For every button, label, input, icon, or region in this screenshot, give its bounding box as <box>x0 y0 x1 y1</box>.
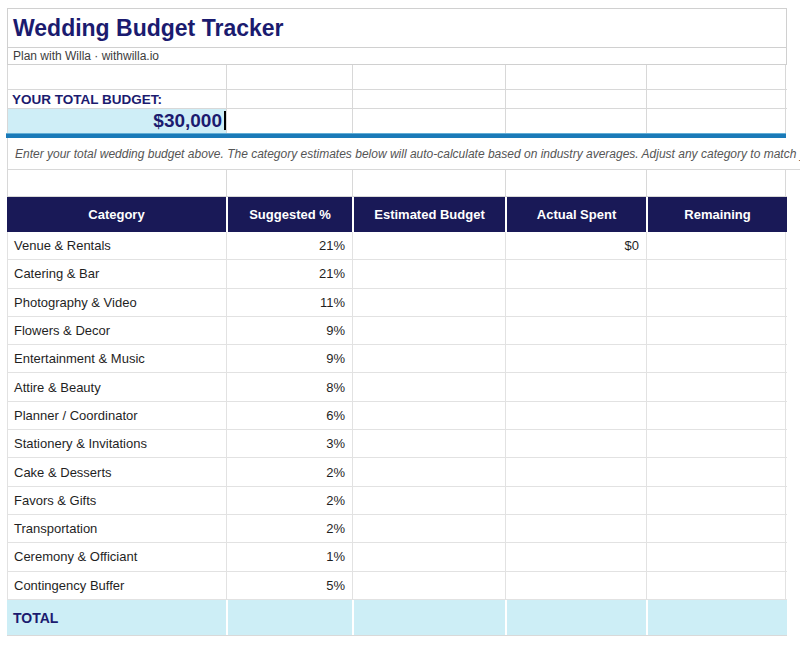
empty-cell[interactable] <box>353 65 506 89</box>
instruction-note-row: Enter your total wedding budget above. T… <box>7 138 800 170</box>
estimated-budget-cell[interactable] <box>353 572 506 599</box>
empty-cell[interactable] <box>647 109 786 133</box>
empty-cell[interactable] <box>227 170 353 196</box>
suggested-pct-cell[interactable]: 21% <box>227 232 353 259</box>
total-remaining-cell[interactable] <box>648 600 787 635</box>
column-header-suggested-pct[interactable]: Suggested % <box>228 197 352 232</box>
suggested-pct-cell[interactable]: 9% <box>227 345 353 372</box>
suggested-pct-cell[interactable]: 21% <box>227 260 353 287</box>
budget-value: $30,000 <box>153 110 226 132</box>
category-cell[interactable]: Planner / Coordinator <box>7 402 227 429</box>
category-cell[interactable]: Transportation <box>7 515 227 542</box>
estimated-budget-cell[interactable] <box>353 317 506 344</box>
empty-cell[interactable] <box>647 90 786 108</box>
estimated-budget-cell[interactable] <box>353 260 506 287</box>
estimated-budget-cell[interactable] <box>353 430 506 457</box>
suggested-pct-cell[interactable]: 3% <box>227 430 353 457</box>
total-label-cell[interactable]: TOTAL <box>7 600 226 635</box>
column-header-actual-spent[interactable]: Actual Spent <box>507 197 646 232</box>
column-header-label: Category <box>88 207 144 222</box>
budget-input-cell[interactable]: $30,000 <box>7 109 227 133</box>
total-actual-spent-cell[interactable] <box>507 600 646 635</box>
suggested-pct-cell[interactable]: 11% <box>227 289 353 316</box>
suggested-pct-cell[interactable]: 2% <box>227 487 353 514</box>
remaining-cell[interactable] <box>647 232 786 259</box>
empty-cell[interactable] <box>7 65 227 89</box>
actual-spent-cell[interactable] <box>506 430 647 457</box>
estimated-budget-cell[interactable] <box>353 458 506 485</box>
empty-cell[interactable] <box>506 109 647 133</box>
actual-spent-cell[interactable] <box>506 487 647 514</box>
actual-spent-cell[interactable]: $0 <box>506 232 647 259</box>
remaining-cell[interactable] <box>647 373 786 400</box>
total-estimated-budget-cell[interactable] <box>354 600 505 635</box>
suggested-pct-cell[interactable]: 5% <box>227 572 353 599</box>
remaining-cell[interactable] <box>647 458 786 485</box>
empty-cell[interactable] <box>353 90 506 108</box>
remaining-cell[interactable] <box>647 515 786 542</box>
empty-cell[interactable] <box>353 170 506 196</box>
suggested-pct-cell[interactable]: 8% <box>227 373 353 400</box>
actual-spent-cell[interactable] <box>506 317 647 344</box>
column-header-category[interactable]: Category <box>7 197 226 232</box>
spreadsheet: Wedding Budget Tracker Plan with Willa ·… <box>0 0 800 670</box>
actual-spent-cell[interactable] <box>506 458 647 485</box>
empty-cell[interactable] <box>227 90 353 108</box>
category-cell[interactable]: Entertainment & Music <box>7 345 227 372</box>
actual-spent-cell[interactable] <box>506 572 647 599</box>
category-cell[interactable]: Stationery & Invitations <box>7 430 227 457</box>
category-cell[interactable]: Cake & Desserts <box>7 458 227 485</box>
remaining-cell[interactable] <box>647 430 786 457</box>
remaining-cell[interactable] <box>647 317 786 344</box>
category-cell[interactable]: Contingency Buffer <box>7 572 227 599</box>
empty-cell[interactable] <box>227 109 353 133</box>
empty-cell[interactable] <box>227 65 353 89</box>
actual-spent-cell[interactable] <box>506 543 647 570</box>
empty-cell[interactable] <box>647 170 786 196</box>
actual-spent-cell[interactable] <box>506 260 647 287</box>
actual-spent-cell[interactable] <box>506 373 647 400</box>
remaining-cell[interactable] <box>647 260 786 287</box>
empty-cell[interactable] <box>506 90 647 108</box>
remaining-cell[interactable] <box>647 572 786 599</box>
category-cell[interactable]: Attire & Beauty <box>7 373 227 400</box>
empty-cell[interactable] <box>647 65 786 89</box>
estimated-budget-cell[interactable] <box>353 402 506 429</box>
remaining-cell[interactable] <box>647 543 786 570</box>
suggested-pct-cell[interactable]: 6% <box>227 402 353 429</box>
estimated-budget-cell[interactable] <box>353 515 506 542</box>
suggested-pct-cell[interactable]: 2% <box>227 515 353 542</box>
remaining-cell[interactable] <box>647 487 786 514</box>
actual-spent-cell[interactable] <box>506 402 647 429</box>
budget-input-row: $30,000 <box>7 109 787 133</box>
actual-spent-cell[interactable] <box>506 345 647 372</box>
category-cell[interactable]: Photography & Video <box>7 289 227 316</box>
estimated-budget-cell[interactable] <box>353 289 506 316</box>
title-block: Wedding Budget Tracker Plan with Willa ·… <box>7 8 787 65</box>
estimated-budget-cell[interactable] <box>353 232 506 259</box>
total-suggested-pct-cell[interactable] <box>228 600 352 635</box>
estimated-budget-cell[interactable] <box>353 345 506 372</box>
actual-spent-cell[interactable] <box>506 515 647 542</box>
empty-cell[interactable] <box>353 109 506 133</box>
empty-cell[interactable] <box>506 65 647 89</box>
actual-spent-cell[interactable] <box>506 289 647 316</box>
category-cell[interactable]: Flowers & Decor <box>7 317 227 344</box>
category-cell[interactable]: Venue & Rentals <box>7 232 227 259</box>
suggested-pct-cell[interactable]: 2% <box>227 458 353 485</box>
empty-cell[interactable] <box>506 170 647 196</box>
category-cell[interactable]: Ceremony & Officiant <box>7 543 227 570</box>
remaining-cell[interactable] <box>647 289 786 316</box>
column-header-remaining[interactable]: Remaining <box>648 197 787 232</box>
estimated-budget-cell[interactable] <box>353 373 506 400</box>
suggested-pct-cell[interactable]: 1% <box>227 543 353 570</box>
column-header-estimated-budget[interactable]: Estimated Budget <box>354 197 505 232</box>
estimated-budget-cell[interactable] <box>353 543 506 570</box>
category-cell[interactable]: Catering & Bar <box>7 260 227 287</box>
suggested-pct-cell[interactable]: 9% <box>227 317 353 344</box>
estimated-budget-cell[interactable] <box>353 487 506 514</box>
remaining-cell[interactable] <box>647 402 786 429</box>
category-cell[interactable]: Favors & Gifts <box>7 487 227 514</box>
empty-cell[interactable] <box>7 170 227 196</box>
remaining-cell[interactable] <box>647 345 786 372</box>
